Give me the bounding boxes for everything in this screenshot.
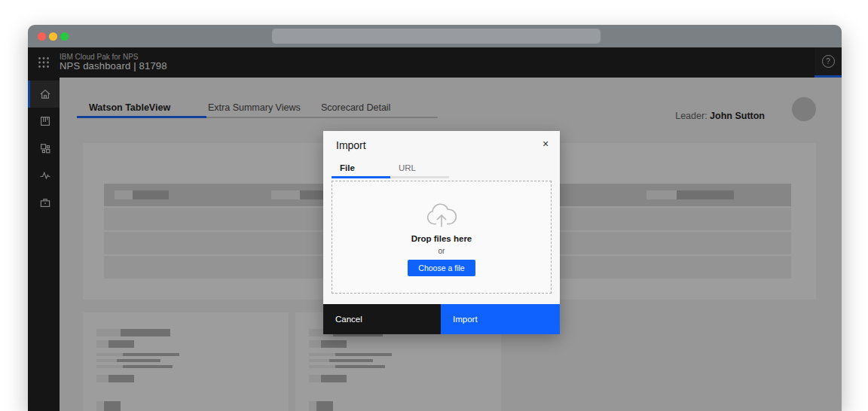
choose-file-button[interactable]: Choose a file [408,260,475,276]
cloud-upload-icon [425,202,458,228]
close-icon[interactable]: × [537,135,554,152]
import-button[interactable]: Import [441,304,560,334]
window-close-button[interactable] [38,32,46,41]
window-minimize-button[interactable] [49,32,57,41]
browser-window: IBM Cloud Pak for NPS NPS dashboard | 81… [28,25,842,411]
window-zoom-button[interactable] [60,32,69,41]
dropzone-heading: Drop files here [411,234,472,243]
tab-url[interactable]: URL [390,160,449,178]
modal-title: Import [336,139,366,151]
tab-file[interactable]: File [332,160,390,178]
file-dropzone[interactable]: Drop files here or Choose a file [332,181,552,294]
browser-titlebar [28,25,842,47]
import-source-tabs: File URL [332,160,449,178]
dropzone-separator: or [439,247,445,255]
address-bar[interactable] [272,29,601,44]
cancel-button[interactable]: Cancel [323,304,441,334]
import-modal: Import × File URL Drop files here or Cho… [323,131,560,334]
modal-footer: Cancel Import [323,304,560,334]
